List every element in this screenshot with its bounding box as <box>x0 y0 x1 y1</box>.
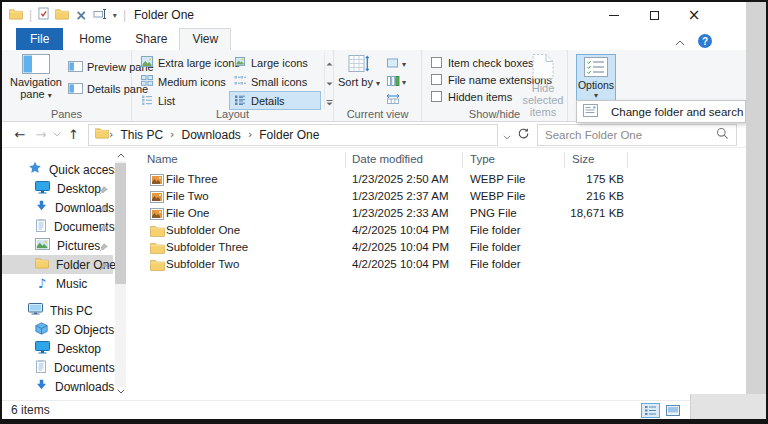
item-check-boxes-checkbox[interactable]: Item check boxes <box>431 56 534 69</box>
address-dropdown-icon[interactable] <box>503 126 511 144</box>
sidebar-item-label: Documents <box>54 361 115 375</box>
column-divider[interactable] <box>564 152 565 168</box>
column-header-type[interactable]: Type <box>470 153 495 165</box>
file-date: 1/23/2025 2:33 AM <box>352 207 449 219</box>
checkbox-icon <box>431 74 442 85</box>
layout-extra-large-icons[interactable]: Extra large icons <box>136 53 228 72</box>
refresh-icon[interactable] <box>517 126 530 144</box>
pin-icon <box>99 203 108 217</box>
toolbar-separator: | <box>29 8 32 22</box>
back-button[interactable]: ← <box>8 124 32 146</box>
maximize-button[interactable] <box>634 2 674 28</box>
details-view-toggle[interactable] <box>641 403 660 418</box>
location-folder-icon <box>89 127 109 142</box>
sort-by-button[interactable]: Sort by ▾ <box>338 53 380 109</box>
column-divider[interactable] <box>462 152 463 168</box>
checkbox-label: Hidden items <box>448 91 512 103</box>
help-icon[interactable]: ? <box>698 34 712 48</box>
group-by-button[interactable]: ▾ <box>386 56 406 72</box>
file-row[interactable]: File One 1/23/2025 2:33 AM PNG File 18,6… <box>128 206 746 223</box>
file-row[interactable]: File Two 1/23/2025 2:37 AM WEBP File 216… <box>128 189 746 206</box>
dropdown-arrow-icon: ▾ <box>402 78 406 87</box>
folder-options-icon <box>577 104 598 119</box>
tab-share[interactable]: Share <box>123 28 179 50</box>
sidebar-item-desktop-pc[interactable]: Desktop <box>2 339 113 358</box>
sidebar-item-pictures[interactable]: Pictures <box>2 236 113 255</box>
address-box[interactable]: › This PC › Downloads › Folder One <box>88 124 498 146</box>
file-size: 216 KB <box>528 190 624 202</box>
tab-file[interactable]: File <box>16 28 63 50</box>
file-row[interactable]: File Three 1/23/2025 2:50 AM WEBP File 1… <box>128 172 746 189</box>
up-button[interactable]: ↑ <box>63 124 84 146</box>
new-folder-icon[interactable] <box>55 8 69 23</box>
hidden-items-checkbox[interactable]: Hidden items <box>431 90 512 103</box>
rename-icon[interactable] <box>93 8 107 23</box>
thumbnail-view-toggle[interactable] <box>663 403 682 418</box>
toolbar-separator: | <box>123 8 126 22</box>
dropdown-arrow-icon: ▾ <box>376 79 380 88</box>
collapse-ribbon-icon[interactable] <box>675 32 685 50</box>
sidebar-item-documents[interactable]: Documents <box>2 217 113 236</box>
tab-home[interactable]: Home <box>67 28 123 50</box>
change-folder-options-menu-item[interactable]: Change folder and search options <box>611 106 746 118</box>
column-divider[interactable] <box>345 152 346 168</box>
layout-item-label: Large icons <box>251 57 308 69</box>
folder-icon <box>35 257 49 272</box>
add-columns-button[interactable]: ▾ <box>386 74 406 90</box>
properties-icon[interactable] <box>38 7 49 23</box>
breadcrumb-downloads[interactable]: Downloads <box>175 128 248 142</box>
sidebar-item-desktop[interactable]: Desktop <box>2 179 113 198</box>
sidebar-item-3d-objects[interactable]: 3D Objects <box>2 320 113 339</box>
scroll-up-icon[interactable] <box>114 149 127 161</box>
downloads-arrow-icon <box>35 200 48 215</box>
column-divider[interactable] <box>627 152 628 168</box>
file-name: File One <box>166 207 209 219</box>
sidebar-scrollbar[interactable] <box>114 148 127 400</box>
folder-row[interactable]: Subfolder Three 4/2/2025 10:04 PM File f… <box>128 240 746 257</box>
system-folder-icon[interactable] <box>9 8 23 23</box>
options-button[interactable]: Options ▾ <box>576 54 616 101</box>
layout-item-label: List <box>158 95 175 107</box>
recent-locations-icon[interactable] <box>50 124 63 146</box>
scroll-down-icon[interactable] <box>114 385 127 397</box>
column-header-name[interactable]: Name <box>147 153 178 165</box>
sidebar-item-documents-pc[interactable]: Documents <box>2 358 113 377</box>
sidebar-item-downloads-pc[interactable]: Downloads <box>2 377 113 396</box>
gallery-scroll-up-icon[interactable] <box>326 56 333 68</box>
size-columns-to-fit-button[interactable] <box>386 92 400 108</box>
folder-row[interactable]: Subfolder One 4/2/2025 10:04 PM File fol… <box>128 223 746 240</box>
breadcrumb-this-pc[interactable]: This PC <box>113 128 170 142</box>
column-header-date-modified[interactable]: Date modified <box>352 153 423 165</box>
breadcrumb-folder-one[interactable]: Folder One <box>252 128 326 142</box>
medium-icons-icon <box>140 74 154 89</box>
search-input[interactable] <box>545 129 716 141</box>
navigation-pane-button[interactable]: Navigation pane ▾ <box>8 53 64 109</box>
main-area: Quick access Desktop Downloads Documents <box>2 148 746 400</box>
sidebar-item-label: Music <box>56 277 87 291</box>
documents-icon <box>35 360 47 376</box>
layout-small-icons[interactable]: Small icons <box>229 72 321 91</box>
forward-button[interactable]: → <box>32 124 50 146</box>
qat-customize-icon[interactable]: ▾ <box>113 11 117 20</box>
pin-icon <box>99 260 108 274</box>
minimize-button[interactable] <box>594 2 634 28</box>
search-icon[interactable] <box>716 126 729 144</box>
folder-row[interactable]: Subfolder Two 4/2/2025 10:04 PM File fol… <box>128 257 746 274</box>
tab-view[interactable]: View <box>179 28 231 50</box>
sidebar-item-downloads[interactable]: Downloads <box>2 198 113 217</box>
scrollbar-thumb[interactable] <box>115 163 126 284</box>
ribbon-group-show-hide: Item check boxes File name extensions Hi… <box>422 50 568 121</box>
sidebar-item-this-pc[interactable]: This PC <box>2 301 113 320</box>
gallery-more-icon[interactable] <box>326 96 333 108</box>
layout-large-icons[interactable]: Large icons <box>229 53 321 72</box>
close-button[interactable]: × <box>674 2 714 28</box>
options-icon <box>584 67 608 79</box>
column-header-size[interactable]: Size <box>572 153 594 165</box>
sidebar-item-quick-access[interactable]: Quick access <box>2 160 113 179</box>
options-dropdown-menu: Change folder and search options <box>576 100 746 123</box>
delete-icon[interactable]: × <box>75 8 87 22</box>
sidebar-item-folder-one[interactable]: Folder One <box>2 255 113 274</box>
sidebar-item-music[interactable]: ♪ Music <box>2 274 113 293</box>
gallery-scroll-down-icon[interactable] <box>326 76 333 88</box>
layout-medium-icons[interactable]: Medium icons <box>136 72 228 91</box>
